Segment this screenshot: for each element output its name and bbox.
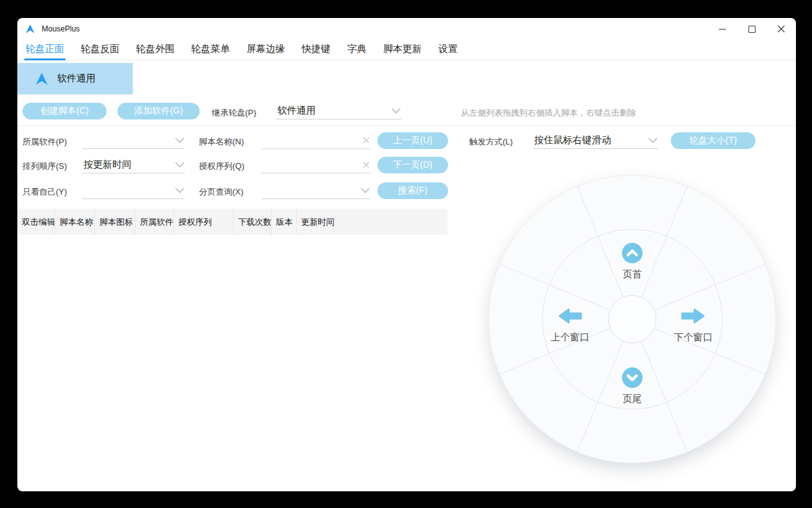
sort-order-value: 按更新时间 — [82, 159, 132, 171]
inherit-wheel-label: 继承轮盘(P) — [212, 107, 256, 119]
tab-dictionary[interactable]: 字典 — [347, 40, 367, 60]
col-double-click-edit: 双击编辑 — [17, 209, 55, 235]
window-title: MousePlus — [42, 24, 80, 33]
app-window: MousePlus 轮盘正面 轮盘反面 轮盘外围 轮盘菜单 屏幕边缘 快捷键 字… — [17, 18, 796, 491]
script-name-input[interactable] — [261, 135, 362, 146]
script-name-field — [261, 132, 370, 149]
prev-page-button[interactable]: 上一页(U) — [377, 132, 448, 149]
titlebar: MousePlus — [17, 18, 796, 40]
tab-hotkeys[interactable]: 快捷键 — [302, 40, 331, 60]
wheel-size-button[interactable]: 轮盘大小(T) — [671, 132, 756, 149]
tab-bar: 轮盘正面 轮盘反面 轮盘外围 轮盘菜单 屏幕边缘 快捷键 字典 脚本更新 设置 — [17, 40, 796, 60]
col-update-time: 更新时间 — [296, 209, 447, 235]
chevron-down-circle-icon — [622, 367, 643, 388]
trigger-mode-select[interactable]: 按住鼠标右键滑动 — [533, 132, 658, 149]
trigger-mode-value: 按住鼠标右键滑动 — [533, 134, 611, 146]
search-button[interactable]: 搜索(F) — [377, 182, 448, 199]
wheel-graphic — [488, 175, 777, 464]
col-download-count: 下载次数 — [233, 209, 271, 235]
next-page-button[interactable]: 下一页(D) — [377, 157, 448, 173]
tab-screen-edge[interactable]: 屏幕边缘 — [246, 40, 285, 60]
sort-order-select[interactable]: 按更新时间 — [82, 157, 185, 173]
tab-wheel-outer[interactable]: 轮盘外围 — [136, 40, 175, 60]
drag-hint-text: 从左侧列表拖拽到右侧插入脚本，右键点击删除 — [461, 107, 636, 119]
chevron-down-icon — [391, 108, 401, 114]
wheel-item-up-label: 页首 — [623, 268, 642, 281]
chevron-down-icon — [360, 188, 370, 193]
wheel-item-right-label: 下个窗口 — [674, 331, 713, 344]
owner-software-select[interactable] — [82, 132, 185, 149]
window-controls — [707, 18, 796, 40]
owner-software-label: 所属软件(P) — [22, 136, 67, 148]
auth-serial-label: 授权序列(Q) — [199, 161, 245, 172]
only-mine-label: 只看自己(Y) — [22, 186, 67, 198]
tab-wheel-front[interactable]: 轮盘正面 — [26, 40, 64, 60]
col-script-name: 脚本名称 — [55, 209, 94, 235]
chevron-up-circle-icon — [622, 243, 643, 263]
toolbar-separator — [17, 125, 796, 126]
gesture-wheel: 页首 上个窗口 下个窗口 页尾 — [488, 175, 777, 464]
minimize-button[interactable] — [707, 18, 737, 40]
close-button[interactable] — [766, 18, 796, 40]
trigger-mode-label: 触发方式(L) — [469, 136, 513, 148]
chevron-down-icon — [175, 137, 185, 143]
chevron-down-icon — [175, 162, 185, 168]
page-query-select[interactable] — [261, 182, 370, 199]
close-icon — [777, 25, 785, 33]
create-script-button[interactable]: 创建脚本(C) — [22, 103, 107, 119]
tab-wheel-back[interactable]: 轮盘反面 — [81, 40, 119, 60]
arrow-left-icon — [557, 306, 583, 326]
clear-icon[interactable] — [362, 136, 370, 145]
col-script-icon: 脚本图标 — [94, 209, 135, 235]
col-version: 版本 — [271, 209, 296, 235]
col-auth-serial: 授权序列 — [173, 209, 233, 235]
script-table-header: 双击编辑 脚本名称 脚本图标 所属软件 授权序列 下载次数 版本 更新时间 — [17, 209, 447, 235]
wheel-item-left-label: 上个窗口 — [551, 331, 589, 344]
inherit-wheel-value: 软件通用 — [276, 105, 316, 117]
only-mine-select[interactable] — [82, 182, 185, 199]
auth-serial-input[interactable] — [261, 159, 362, 170]
app-triangle-icon — [35, 72, 49, 86]
maximize-icon — [748, 26, 756, 33]
wheel-item-down-label: 页尾 — [623, 393, 642, 405]
minimize-icon — [719, 29, 726, 30]
tab-wheel-menu[interactable]: 轮盘菜单 — [191, 40, 230, 60]
tab-script-update[interactable]: 脚本更新 — [383, 40, 422, 60]
script-name-label: 脚本名称(N) — [199, 136, 244, 148]
sort-order-label: 排列顺序(S) — [22, 161, 67, 172]
auth-serial-field — [261, 157, 370, 173]
chevron-down-icon — [648, 137, 658, 143]
clear-icon[interactable] — [362, 161, 370, 169]
page-query-label: 分页查询(X) — [199, 186, 243, 198]
app-label: 软件通用 — [57, 73, 96, 85]
arrow-right-icon — [680, 306, 706, 326]
inherit-wheel-select[interactable]: 软件通用 — [276, 103, 401, 119]
tab-settings[interactable]: 设置 — [438, 40, 458, 60]
col-owner-software: 所属软件 — [135, 209, 173, 235]
chevron-down-icon — [175, 188, 185, 193]
app-list-item-selected[interactable]: 软件通用 — [17, 63, 133, 94]
app-logo-icon — [25, 24, 35, 34]
add-software-button[interactable]: 添加软件(G) — [117, 103, 200, 119]
maximize-button[interactable] — [737, 18, 766, 40]
